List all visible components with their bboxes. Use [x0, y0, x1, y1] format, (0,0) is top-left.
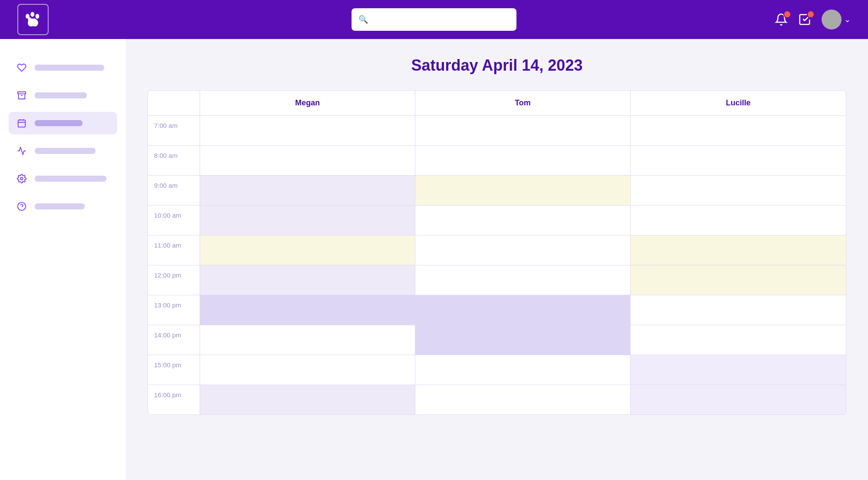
app-header: 🔍 ⌄	[0, 0, 868, 39]
time-label: 13:00 pm	[148, 295, 200, 325]
time-label: 10:00 am	[148, 206, 200, 235]
main-content: Saturday April 14, 2023 Megan Tom Lucill…	[126, 39, 868, 480]
cal-cell[interactable]	[631, 325, 846, 355]
app-body: Saturday April 14, 2023 Megan Tom Lucill…	[0, 39, 868, 480]
cal-header-megan: Megan	[200, 91, 415, 115]
calendar-grid: Megan Tom Lucille 7:00 am 8:00 am	[148, 90, 846, 415]
cal-cell[interactable]	[200, 355, 415, 385]
calendar-header-row: Megan Tom Lucille	[148, 91, 846, 116]
user-avatar-wrapper[interactable]: ⌄	[822, 10, 851, 29]
time-label: 11:00 am	[148, 235, 200, 265]
cal-cell[interactable]	[200, 235, 415, 265]
table-row: 14:00 pm	[148, 325, 846, 355]
sidebar-label-health	[35, 65, 104, 71]
sidebar-label-analytics	[35, 148, 95, 154]
cal-cell[interactable]	[415, 355, 631, 385]
sidebar-item-store[interactable]	[9, 84, 117, 107]
sidebar-item-calendar[interactable]	[9, 112, 117, 134]
time-label: 12:00 pm	[148, 265, 200, 295]
cal-cell[interactable]	[631, 176, 846, 205]
notification-badge	[783, 10, 791, 18]
cal-cell[interactable]	[631, 206, 846, 235]
header-actions: ⌄	[775, 10, 851, 29]
sidebar-label-store	[35, 92, 87, 98]
cal-header-tom: Tom	[415, 91, 631, 115]
cal-cell[interactable]	[415, 176, 631, 205]
table-row: 10:00 am	[148, 206, 846, 235]
logo-button[interactable]	[17, 4, 49, 35]
cal-cell[interactable]	[200, 325, 415, 355]
cal-cell[interactable]	[631, 385, 846, 415]
svg-rect-5	[18, 120, 26, 127]
analytics-icon	[16, 145, 28, 157]
sidebar-item-help[interactable]	[9, 195, 117, 218]
svg-point-1	[30, 12, 34, 17]
store-icon	[16, 89, 28, 101]
gear-icon	[16, 173, 28, 185]
cal-header-time	[148, 91, 200, 115]
sidebar-item-analytics[interactable]	[9, 140, 117, 162]
cal-cell[interactable]	[200, 116, 415, 145]
cal-cell[interactable]	[415, 146, 631, 175]
cal-cell[interactable]	[631, 295, 846, 325]
search-input[interactable]	[372, 16, 510, 23]
sidebar-label-settings	[35, 176, 106, 182]
cal-cell[interactable]	[415, 206, 631, 235]
help-icon	[16, 200, 28, 212]
svg-point-2	[36, 14, 39, 19]
time-label: 14:00 pm	[148, 325, 200, 355]
cal-cell[interactable]	[415, 265, 631, 295]
cal-cell[interactable]	[415, 295, 631, 325]
time-label: 9:00 am	[148, 176, 200, 205]
sidebar-item-settings[interactable]	[9, 167, 117, 190]
page-title: Saturday April 14, 2023	[148, 56, 846, 75]
time-label: 8:00 am	[148, 146, 200, 175]
cal-cell[interactable]	[200, 206, 415, 235]
table-row: 11:00 am	[148, 235, 846, 265]
cal-cell[interactable]	[631, 265, 846, 295]
cal-cell[interactable]	[415, 325, 631, 355]
cal-header-lucille: Lucille	[631, 91, 846, 115]
table-row: 13:00 pm	[148, 295, 846, 325]
cal-cell[interactable]	[631, 146, 846, 175]
health-icon	[16, 62, 28, 74]
message-badge	[807, 10, 815, 18]
cal-cell[interactable]	[631, 355, 846, 385]
table-row: 16:00 pm	[148, 385, 846, 415]
table-row: 15:00 pm	[148, 355, 846, 385]
calendar-icon	[16, 117, 28, 129]
time-label: 16:00 pm	[148, 385, 200, 415]
messages-button[interactable]	[798, 13, 811, 26]
cal-cell[interactable]	[415, 385, 631, 415]
table-row: 9:00 am	[148, 176, 846, 206]
search-icon: 🔍	[358, 15, 368, 24]
cal-cell[interactable]	[631, 235, 846, 265]
cal-cell[interactable]	[200, 176, 415, 205]
cal-cell[interactable]	[415, 235, 631, 265]
cal-cell[interactable]	[631, 116, 846, 145]
sidebar-label-calendar	[35, 120, 82, 126]
calendar-body: 7:00 am 8:00 am 9:00 am	[148, 116, 846, 415]
avatar	[822, 10, 842, 29]
cal-cell[interactable]	[200, 146, 415, 175]
svg-rect-4	[18, 92, 26, 94]
sidebar-item-health[interactable]	[9, 56, 117, 79]
table-row: 12:00 pm	[148, 265, 846, 295]
search-bar: 🔍	[352, 8, 516, 31]
table-row: 8:00 am	[148, 146, 846, 176]
cal-cell[interactable]	[200, 265, 415, 295]
table-row: 7:00 am	[148, 116, 846, 146]
chevron-down-icon: ⌄	[844, 15, 851, 24]
cal-cell[interactable]	[415, 116, 631, 145]
notification-button[interactable]	[775, 13, 788, 26]
svg-point-9	[20, 177, 23, 180]
time-label: 7:00 am	[148, 116, 200, 145]
paw-icon	[24, 11, 42, 28]
sidebar-label-help	[35, 203, 85, 209]
sidebar	[0, 39, 126, 480]
time-label: 15:00 pm	[148, 355, 200, 385]
cal-cell[interactable]	[200, 295, 415, 325]
cal-cell[interactable]	[200, 385, 415, 415]
